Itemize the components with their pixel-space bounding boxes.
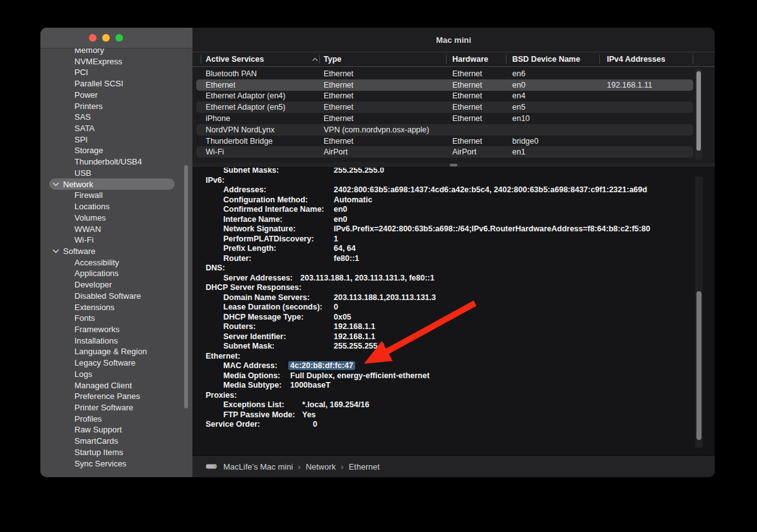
sidebar-item-label: Extensions <box>74 302 115 311</box>
detail-value: Automatic <box>334 195 372 204</box>
sidebar-item-spi[interactable]: SPI <box>49 134 175 145</box>
sidebar-item-installations[interactable]: Installations <box>49 335 175 346</box>
detail-line-domain-name-servers: Domain Name Servers:203.113.188.1,203.11… <box>192 292 715 303</box>
sidebar-item-label: Disabled Software <box>74 291 141 300</box>
column-header-active-services[interactable]: Active Services <box>206 52 264 66</box>
sidebar-item-developer[interactable]: Developer <box>49 279 175 290</box>
detail-label: Network Signature: <box>223 224 296 233</box>
mac-address-value-highlighted: 4c:20:b8:df:fc:47 <box>288 361 355 370</box>
sidebar-item-nvmexpress[interactable]: NVMExpress <box>49 55 175 67</box>
breadcrumb-ethernet: Ethernet <box>349 462 380 471</box>
table-row-ethernet-adaptor-en5[interactable]: Ethernet Adaptor (en5)EthernetEtherneten… <box>196 101 693 113</box>
detail-label: Prefix Length: <box>223 244 276 253</box>
sidebar-item-storage[interactable]: Storage <box>49 144 175 156</box>
sidebar-item-sata[interactable]: SATA <box>49 122 175 134</box>
detail-value: 0 <box>334 303 338 311</box>
sidebar-item-sas[interactable]: SAS <box>49 111 175 122</box>
column-header-ipv4-addresses[interactable]: IPv4 Addresses <box>607 52 666 66</box>
sidebar-item-sync-services[interactable]: Sync Services <box>49 458 175 469</box>
detail-value: 0x05 <box>334 313 351 321</box>
chevron-down-icon <box>52 182 59 187</box>
sidebar-item-label: SATA <box>74 124 95 133</box>
table-row-thunderbolt-bridge[interactable]: Thunderbolt BridgeEthernetEthernetbridge… <box>196 136 693 147</box>
table-row-wi-fi[interactable]: Wi-FiAirPortAirPorten1 <box>196 146 693 158</box>
sidebar-item-accessibility[interactable]: Accessibility <box>49 257 175 268</box>
sidebar-item-printer-software[interactable]: Printer Software <box>49 402 175 413</box>
detail-line-performplatdiscovery: PerformPLATDiscovery:1 <box>192 234 715 244</box>
close-button[interactable] <box>89 34 97 42</box>
detail-line-media-subtype: Media Subtype:1000baseT <box>192 380 715 390</box>
detail-label: Media Options: <box>223 371 280 380</box>
sidebar-item-language-region[interactable]: Language & Region <box>49 345 175 357</box>
sidebar-item-label: SPI <box>74 134 88 144</box>
sidebar-scrollbar-thumb[interactable] <box>184 165 188 408</box>
sidebar-item-thunderbolt-usb4[interactable]: Thunderbolt/USB4 <box>49 156 175 167</box>
cell-type: Ethernet <box>324 81 353 90</box>
table-row-iphone[interactable]: iPhoneEthernetEtherneten10 <box>196 113 693 124</box>
sidebar-item-extensions[interactable]: Extensions <box>49 301 175 313</box>
sidebar-titlebar[interactable] <box>40 28 192 49</box>
sidebar-item-power[interactable]: Power <box>49 89 175 100</box>
sidebar-item-raw-support[interactable]: Raw Support <box>49 424 175 435</box>
column-divider <box>446 55 447 64</box>
column-header-bsd-device-name[interactable]: BSD Device Name <box>512 52 580 66</box>
sidebar-item-applications[interactable]: Applications <box>49 267 175 279</box>
sidebar-item-fonts[interactable]: Fonts <box>49 312 175 323</box>
table-scrollbar[interactable] <box>695 68 702 160</box>
detail-value: 64, 64 <box>334 244 356 253</box>
sidebar-item-usb[interactable]: USB <box>49 167 175 178</box>
detail-label: Router: <box>223 254 251 263</box>
column-header-type[interactable]: Type <box>324 52 341 66</box>
sidebar-item-firewall[interactable]: Firewall <box>49 189 175 200</box>
cell-active-services: Ethernet Adaptor (en4) <box>206 91 285 100</box>
cell-bsd-device-name: en6 <box>512 69 525 78</box>
cell-active-services: Wi-Fi <box>206 147 224 156</box>
sidebar-item-locations[interactable]: Locations <box>49 200 175 212</box>
sidebar-item-smartcards[interactable]: SmartCards <box>49 435 175 446</box>
table-row-bluetooth-pan[interactable]: Bluetooth PANEthernetEtherneten6 <box>196 68 693 79</box>
table-row-nordvpn-nordlynx[interactable]: NordVPN NordLynxVPN (com.nordvpn.osx-app… <box>196 124 693 136</box>
detail-label: DHCP Message Type: <box>223 313 303 321</box>
sidebar-item-network[interactable]: Network <box>49 178 175 190</box>
detail-line-configuration-method: Configuration Method:Automatic <box>192 195 715 205</box>
table-row-ethernet-adaptor-en4[interactable]: Ethernet Adaptor (en4)EthernetEtherneten… <box>196 91 693 102</box>
breadcrumb: MacLife’s Mac mini›Network›Ethernet <box>206 456 380 477</box>
sidebar-item-label: Printer Software <box>74 403 133 412</box>
sidebar-item-label: NVMExpress <box>74 56 122 66</box>
cell-type: Ethernet <box>324 137 353 146</box>
cell-active-services: iPhone <box>206 114 230 123</box>
zoom-button[interactable] <box>115 34 123 42</box>
sidebar-item-logs[interactable]: Logs <box>49 368 175 379</box>
detail-scrollbar-thumb[interactable] <box>696 291 701 440</box>
table-row-ethernet[interactable]: EthernetEthernetEtherneten0192.168.1.11 <box>196 79 693 91</box>
sidebar-item-label: Accessibility <box>74 257 119 267</box>
sidebar-item-profiles[interactable]: Profiles <box>49 413 175 424</box>
cell-bsd-device-name: en10 <box>512 114 530 123</box>
cell-hardware: Ethernet <box>452 91 482 100</box>
sidebar-item-volumes[interactable]: Volumes <box>49 212 175 223</box>
detail-value: en0 <box>334 205 348 214</box>
sidebar-item-frameworks[interactable]: Frameworks <box>49 323 175 335</box>
splitter-handle-icon[interactable] <box>450 164 457 166</box>
sidebar-item-printers[interactable]: Printers <box>49 100 175 112</box>
column-header-hardware[interactable]: Hardware <box>452 52 488 66</box>
sidebar-item-managed-client[interactable]: Managed Client <box>49 379 175 391</box>
pane-splitter[interactable] <box>192 163 715 168</box>
sidebar-item-wwan[interactable]: WWAN <box>49 223 175 234</box>
window-titlebar[interactable]: Mac mini <box>192 28 715 52</box>
sidebar-item-software[interactable]: Software <box>49 245 175 257</box>
sidebar-item-legacy-software[interactable]: Legacy Software <box>49 357 175 368</box>
detail-line-exceptions-list: Exceptions List:*.local, 169.254/16 <box>192 400 715 410</box>
table-scrollbar-thumb[interactable] <box>696 71 701 151</box>
sidebar-item-wi-fi[interactable]: Wi-Fi <box>49 234 175 245</box>
sidebar-item-label: Thunderbolt/USB4 <box>74 157 142 166</box>
sidebar-item-startup-items[interactable]: Startup Items <box>49 446 175 458</box>
sidebar-item-label: Locations <box>74 202 110 211</box>
detail-value: 192.168.1.1 <box>334 322 375 331</box>
sidebar-item-preference-panes[interactable]: Preference Panes <box>49 390 175 402</box>
sidebar-item-pci[interactable]: PCI <box>49 66 175 78</box>
sidebar-item-disabled-software[interactable]: Disabled Software <box>49 290 175 301</box>
detail-line-service-order: Service Order:0 <box>192 419 715 429</box>
minimize-button[interactable] <box>102 34 110 42</box>
sidebar-item-parallel-scsi[interactable]: Parallel SCSI <box>49 78 175 89</box>
